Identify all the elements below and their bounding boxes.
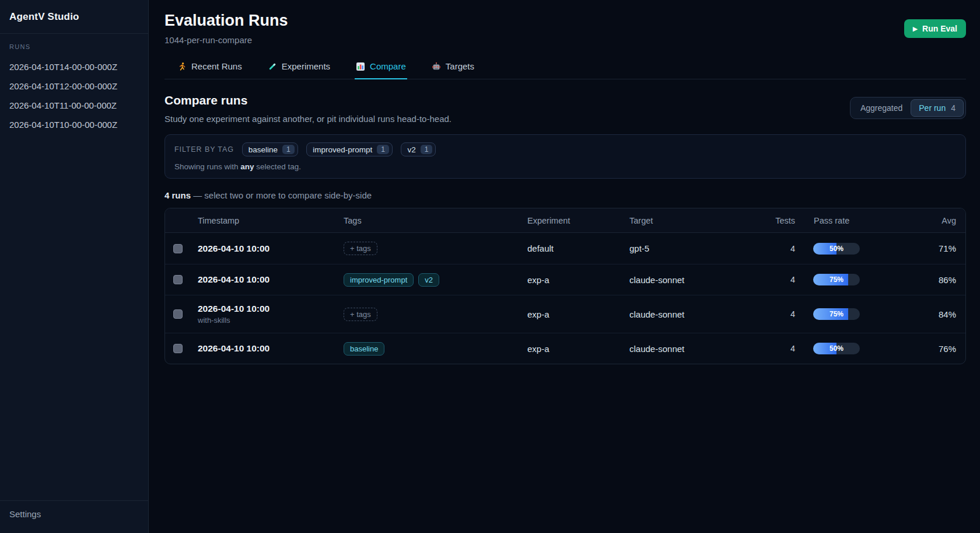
bar-chart-icon: [356, 62, 365, 71]
row-experiment-cell: exp-a: [527, 336, 629, 362]
row-target-cell: claude-sonnet: [629, 267, 746, 293]
column-header-avg: Avg: [899, 216, 965, 225]
pass-rate-label: 50%: [813, 243, 860, 255]
filter-tag-count: 1: [282, 145, 295, 154]
tab-targets[interactable]: Targets: [430, 58, 475, 79]
sidebar-spacer: [0, 134, 148, 500]
row-checkbox[interactable]: [173, 244, 183, 253]
row-experiment-cell: exp-a: [527, 301, 629, 328]
row-avg: 86%: [899, 267, 965, 293]
filter-label: FILTER BY TAG: [174, 145, 234, 154]
filter-tag-chip[interactable]: baseline 1: [242, 142, 298, 156]
table-row: 2026-04-10 10:00 improved-promptv2 exp-a…: [165, 264, 965, 295]
sidebar-run-item[interactable]: 2026-04-10T14-00-00-000Z: [9, 57, 139, 76]
column-header-experiment: Experiment: [527, 216, 629, 225]
pass-rate-label: 75%: [813, 274, 860, 285]
filter-tag-name: baseline: [249, 145, 278, 154]
row-timestamp: 2026-04-10 10:00: [198, 243, 270, 254]
add-tags-button[interactable]: + tags: [344, 242, 377, 255]
robot-icon: [432, 62, 441, 71]
row-target-cell: gpt-5: [629, 235, 746, 262]
tab-label: Experiments: [282, 61, 330, 71]
column-header-timestamp: Timestamp: [198, 216, 344, 225]
runs-table: Timestamp Tags Experiment Target Tests P…: [164, 208, 966, 364]
compare-heading: Compare runs: [164, 93, 452, 107]
filter-panel: FILTER BY TAG baseline 1 improved-prompt…: [164, 134, 966, 179]
row-experiment: exp-a: [527, 344, 550, 354]
play-icon: ▶: [913, 26, 918, 32]
table-body: 2026-04-10 10:00 + tags default gpt-5 4 …: [165, 233, 965, 364]
sidebar-footer: Settings: [0, 500, 148, 533]
filter-tag-count: 1: [377, 145, 389, 154]
row-pass-rate-cell: 75%: [795, 266, 899, 294]
pass-rate-pill: 75%: [813, 308, 860, 320]
row-pass-rate-cell: 50%: [795, 335, 899, 363]
row-avg: 84%: [899, 301, 965, 328]
filter-tag-chip[interactable]: improved-prompt 1: [306, 142, 393, 156]
row-timestamp-cell: 2026-04-10 10:00: [198, 266, 344, 293]
row-tags-cell: + tags: [344, 299, 527, 329]
row-tests: 4: [746, 301, 795, 327]
run-tag-pill[interactable]: v2: [418, 273, 439, 287]
row-target: claude-sonnet: [629, 344, 684, 354]
row-target-cell: claude-sonnet: [629, 336, 746, 362]
sidebar-run-item[interactable]: 2026-04-10T11-00-00-000Z: [9, 96, 139, 115]
row-pass-rate-cell: 50%: [795, 235, 899, 263]
filter-note-suffix: selected tag.: [256, 162, 301, 171]
row-timestamp-cell: 2026-04-10 10:00 with-skills: [198, 295, 344, 333]
row-timestamp-cell: 2026-04-10 10:00: [198, 335, 344, 362]
filter-tag-chip[interactable]: v2 1: [401, 142, 436, 156]
add-tags-button[interactable]: + tags: [344, 308, 377, 321]
row-target: claude-sonnet: [629, 275, 684, 285]
filter-chips: baseline 1 improved-prompt 1 v2 1: [242, 142, 442, 156]
filter-note-mode: any: [240, 162, 254, 171]
main-content: Evaluation Runs 1044-per-run-compare ▶ R…: [149, 0, 980, 533]
toggle-option-aggregated[interactable]: Aggregated: [852, 99, 911, 117]
view-toggle: Aggregated Per run 4: [850, 97, 966, 119]
runs-summary-text: — select two or more to compare side-by-…: [193, 190, 372, 200]
pass-rate-pill: 50%: [813, 343, 860, 354]
row-timestamp: 2026-04-10 10:00: [198, 343, 270, 354]
sidebar-runs-section: RUNS 2026-04-10T14-00-00-000Z 2026-04-10…: [0, 34, 148, 134]
row-timestamp: 2026-04-10 10:00: [198, 304, 270, 314]
row-target-cell: claude-sonnet: [629, 301, 746, 328]
table-row: 2026-04-10 10:00 + tags default gpt-5 4 …: [165, 233, 965, 264]
tab-compare[interactable]: Compare: [355, 58, 407, 79]
sidebar-run-item[interactable]: 2026-04-10T10-00-00-000Z: [9, 115, 139, 134]
run-tag-pill[interactable]: baseline: [344, 342, 384, 356]
sidebar-item-settings[interactable]: Settings: [9, 509, 139, 519]
runs-list: 2026-04-10T14-00-00-000Z 2026-04-10T12-0…: [9, 57, 139, 134]
page-header-text: Evaluation Runs 1044-per-run-compare: [164, 12, 288, 45]
row-experiment-cell: default: [527, 235, 629, 262]
compare-description: Study one experiment against another, or…: [164, 114, 452, 124]
tab-experiments[interactable]: Experiments: [267, 58, 331, 79]
toggle-option-label: Per run: [919, 103, 946, 113]
row-checkbox-cell: [165, 267, 198, 292]
compare-section-header: Compare runs Study one experiment agains…: [164, 93, 966, 124]
page-subtitle: 1044-per-run-compare: [164, 35, 288, 45]
filter-tag-count: 1: [421, 145, 433, 154]
runs-count: 4 runs: [164, 190, 191, 200]
row-checkbox[interactable]: [173, 309, 183, 319]
row-tags-cell: improved-promptv2: [344, 265, 527, 295]
row-experiment-cell: exp-a: [527, 267, 629, 293]
column-header-tags: Tags: [344, 216, 527, 225]
toggle-option-count: 4: [951, 103, 956, 113]
run-eval-button[interactable]: ▶ Run Eval: [904, 19, 966, 38]
row-tags-cell: + tags: [344, 234, 527, 263]
row-tags-cell: baseline: [344, 334, 527, 364]
pass-rate-label: 50%: [813, 343, 860, 354]
tab-label: Recent Runs: [191, 61, 242, 71]
sidebar-run-item[interactable]: 2026-04-10T12-00-00-000Z: [9, 76, 139, 96]
row-checkbox[interactable]: [173, 344, 183, 353]
compare-heading-block: Compare runs Study one experiment agains…: [164, 93, 452, 124]
tab-recent-runs[interactable]: Recent Runs: [176, 58, 243, 79]
table-header-row: Timestamp Tags Experiment Target Tests P…: [165, 208, 965, 233]
run-tag-pill[interactable]: improved-prompt: [344, 273, 414, 287]
app-title: AgentV Studio: [0, 0, 148, 34]
row-target: gpt-5: [629, 243, 649, 253]
filter-note: Showing runs with any selected tag.: [174, 162, 956, 171]
row-checkbox[interactable]: [173, 275, 183, 284]
toggle-option-per-run[interactable]: Per run 4: [911, 99, 964, 117]
filter-tag-name: v2: [407, 145, 415, 154]
